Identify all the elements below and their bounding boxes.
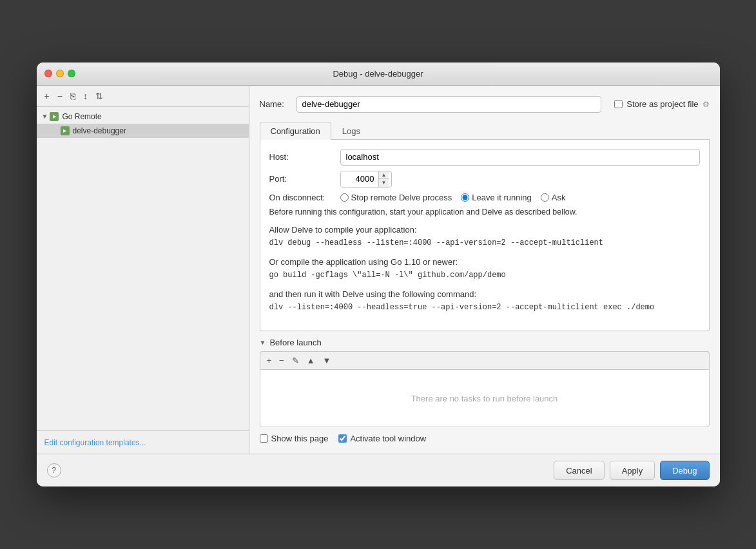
host-input[interactable] [340,149,700,166]
debug-button[interactable]: Debug [660,461,709,480]
sidebar: + − ⎘ ↕ ⇅ ▼ Go Remote [37,86,249,454]
section1-title: Allow Delve to compile your application: [269,225,700,235]
name-row: Name: Store as project file ⚙ [260,96,710,113]
minimize-button[interactable] [56,70,64,77]
radio-stop-remote-input[interactable] [340,193,349,202]
section2-code: go build -gcflags \"all=-N -l\" github.c… [269,269,700,282]
bl-edit-button[interactable]: ✎ [289,354,302,367]
port-increment[interactable]: ▲ [379,171,389,179]
radio-stop-remote: Stop remote Delve process [340,193,452,202]
tree-group-go-remote[interactable]: ▼ Go Remote [37,110,249,124]
port-input[interactable] [341,171,378,187]
tab-logs[interactable]: Logs [331,122,371,140]
sort-config-button[interactable]: ⇅ [93,90,106,102]
window-title: Debug - delve-debugger [333,69,423,79]
store-as-project-checkbox[interactable] [614,100,623,108]
before-launch-section: ▼ Before launch + − ✎ ▲ ▼ There are no t… [260,338,710,427]
name-label: Name: [260,99,289,109]
name-input[interactable] [296,96,602,113]
sidebar-toolbar: + − ⎘ ↕ ⇅ [37,86,249,107]
before-launch-empty-text: There are no tasks to run before launch [411,394,558,403]
close-button[interactable] [44,70,52,77]
disconnect-radio-group: Stop remote Delve process Leave it runni… [340,193,566,202]
radio-stop-remote-label: Stop remote Delve process [351,193,452,202]
disconnect-label: On disconnect: [269,193,340,202]
tab-content-configuration: Host: Port: ▲ ▼ On disconn [260,140,710,331]
dialog-footer: ? Cancel Apply Debug [37,454,720,486]
port-label: Port: [269,174,340,184]
disconnect-row: On disconnect: Stop remote Delve process… [269,193,700,202]
bl-down-button[interactable]: ▼ [320,354,334,367]
before-launch-header: ▼ Before launch [260,338,710,347]
before-launch-toolbar: + − ✎ ▲ ▼ [260,351,710,369]
port-spinner: ▲ ▼ [378,171,389,187]
bl-add-button[interactable]: + [264,354,275,367]
go-remote-icon [49,111,59,122]
tree-item-label: delve-debugger [73,126,126,135]
activate-window-option: Activate tool window [338,434,426,443]
gear-icon: ⚙ [703,100,710,109]
host-row: Host: [269,149,700,166]
radio-leave-running-input[interactable] [461,193,469,202]
radio-leave-running-label: Leave it running [472,193,532,202]
info-text: Before running this configuration, start… [269,206,700,218]
remove-config-button[interactable]: − [55,90,65,102]
before-launch-title: Before launch [269,338,321,347]
radio-ask-input[interactable] [541,193,549,202]
move-config-button[interactable]: ↕ [81,90,90,102]
copy-config-button[interactable]: ⎘ [68,90,78,102]
host-label: Host: [269,152,340,162]
window-content: + − ⎘ ↕ ⇅ ▼ Go Remote [37,86,720,454]
maximize-button[interactable] [68,70,75,77]
section1-code: dlv debug --headless --listen=:4000 --ap… [269,237,700,249]
bottom-options: Show this page Activate tool window [260,434,710,443]
port-input-wrap: ▲ ▼ [340,171,392,188]
store-as-project-option: Store as project file ⚙ [614,99,709,109]
radio-ask-label: Ask [552,193,566,202]
tab-configuration[interactable]: Configuration [260,122,331,140]
tree-item-delve-debugger[interactable]: delve-debugger [37,124,249,138]
delve-debugger-icon [60,126,70,136]
before-launch-empty-state: There are no tasks to run before launch [260,369,710,427]
traffic-lights [44,70,75,77]
tree-arrow: ▼ [42,113,48,120]
show-page-label: Show this page [271,434,329,443]
radio-ask: Ask [541,193,566,202]
port-decrement[interactable]: ▼ [379,178,389,187]
add-config-button[interactable]: + [42,90,52,102]
collapse-arrow-icon: ▼ [260,339,266,346]
bl-remove-button[interactable]: − [276,354,287,367]
edit-templates-link[interactable]: Edit configuration templates... [44,438,146,447]
section3-code: dlv --listen=:4000 --headless=true --api… [269,302,700,314]
section2-title: Or compile the application using Go 1.10… [269,257,700,267]
section3-title: and then run it with Delve using the fol… [269,289,700,299]
titlebar: Debug - delve-debugger [37,63,720,86]
config-tree: ▼ Go Remote delve-debugger [37,107,249,430]
activate-window-label: Activate tool window [350,434,426,443]
apply-button[interactable]: Apply [610,461,655,480]
port-row: Port: ▲ ▼ [269,171,700,188]
tab-bar: Configuration Logs [260,122,710,140]
cancel-button[interactable]: Cancel [554,461,604,480]
sidebar-footer: Edit configuration templates... [37,430,249,454]
store-as-project-label: Store as project file [626,99,698,109]
tree-group-label: Go Remote [62,112,101,121]
main-panel: Name: Store as project file ⚙ Configurat… [249,86,720,454]
radio-leave-running: Leave it running [461,193,532,202]
show-page-checkbox[interactable] [260,434,268,443]
footer-actions: Cancel Apply Debug [554,461,709,480]
show-page-option: Show this page [260,434,329,443]
help-button[interactable]: ? [47,463,61,477]
activate-window-checkbox[interactable] [338,434,347,443]
bl-up-button[interactable]: ▲ [304,354,318,367]
